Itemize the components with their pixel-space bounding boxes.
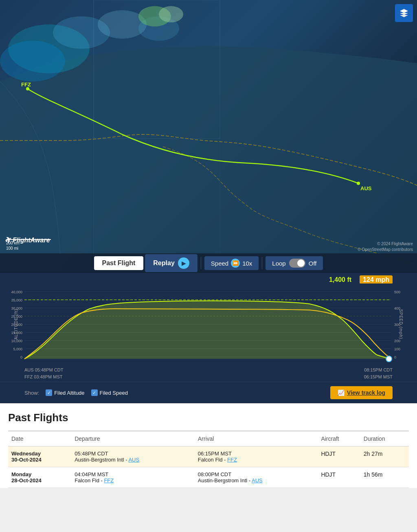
svg-text:500: 500 [394,290,400,294]
replay-button[interactable]: Replay ▶ [145,254,197,272]
row1-dep-link[interactable]: AUS [128,457,139,463]
speed-label: Speed [211,260,228,267]
chart-svg: 40,000 35,000 30,000 25,000 20,000 15,00… [0,284,417,365]
past-flights-section: Past Flights Date Departure Arrival Airc… [0,403,417,488]
col-arrival: Arrival [195,431,318,446]
svg-point-9 [159,6,183,22]
svg-text:0: 0 [394,355,396,359]
svg-point-11 [357,182,360,185]
table-row: Monday 28-Oct-2024 04:04PM MST Falcon Fl… [8,467,409,488]
row2-arr-time: 08:00PM CDT [198,471,315,477]
row2-date-value: 28-Oct-2024 [11,477,68,484]
airport-label-ffz: FFZ [21,81,31,88]
controls-bar: Past Flight Replay ▶ Speed ⏩ 10x Loop Of… [0,253,417,273]
time-right-line1: 08:15PM CDT [364,367,393,374]
filed-altitude-item[interactable]: ✓ Filed Altitude [46,389,84,396]
layers-icon [399,8,409,18]
past-flights-title: Past Flights [8,411,409,424]
map-attribution: © 2024 FlightAware © OpenStreetMap contr… [358,241,413,253]
filed-speed-checkbox[interactable]: ✓ [91,389,98,396]
svg-point-4 [0,41,65,81]
scale-bar [6,239,51,240]
map-container: FFZ AUS ✈ FlightAware 200 km 100 mi © 20… [0,0,417,273]
table-row: Wednesday 30-Oct-2024 05:48PM CDT Austin… [8,446,409,467]
layer-button[interactable] [395,4,413,22]
table-body: Wednesday 30-Oct-2024 05:48PM CDT Austin… [8,446,409,488]
map-scale: 200 km 100 mi [6,239,51,251]
svg-text:100: 100 [394,347,400,351]
chart-section: 1,400 ft 124 mph ALTITUDE (ft) SPEED (mp… [0,273,417,403]
current-altitude: 1,400 ft [329,276,351,284]
row2-arr-link[interactable]: AUS [252,477,263,484]
col-departure: Departure [71,431,195,446]
speed-control[interactable]: Speed ⏩ 10x [204,256,259,270]
loop-label: Loop [272,260,285,267]
attribution-osm: © OpenStreetMap contributors [358,247,413,253]
row2-departure: 04:04PM MST Falcon Fld - FFZ [71,467,195,488]
col-aircraft: Aircraft [318,431,360,446]
filed-speed-label: Filed Speed [100,390,128,396]
row1-aircraft: HDJT [318,446,360,467]
divider-1 [201,257,201,269]
loop-state: Off [309,260,317,267]
row2-dep-link[interactable]: FFZ [104,477,114,484]
airport-label-aus: AUS [360,185,371,191]
table-header-row: Date Departure Arrival Aircraft Duration [8,431,409,446]
loop-control[interactable]: Loop Off [266,256,323,270]
row2-date-day: Monday [11,471,68,477]
svg-text:40,000: 40,000 [11,290,22,294]
y-axis-label-left: ALTITUDE (ft) [14,309,18,340]
filed-altitude-checkbox[interactable]: ✓ [46,389,52,396]
flights-table: Date Departure Arrival Aircraft Duration… [8,431,409,488]
row2-arr-airport: Austin-Bergstrom Intl - AUS [198,477,315,484]
map-svg [0,0,417,273]
row1-departure: 05:48PM CDT Austin-Bergstrom Intl - AUS [71,446,195,467]
chart-show-bar: Show: ✓ Filed Altitude ✓ Filed Speed 📈 V… [0,382,417,403]
replay-label: Replay [153,259,174,267]
scale-mi: 100 mi [6,246,18,251]
track-log-icon: 📈 [338,389,345,396]
row2-arrival: 08:00PM CDT Austin-Bergstrom Intl - AUS [195,467,318,488]
view-track-log-button[interactable]: 📈 View track log [330,386,393,399]
scale-km: 200 km [6,241,20,245]
row1-dep-time: 05:48PM CDT [75,451,191,457]
col-duration: Duration [360,431,409,446]
row1-date-day: Wednesday [11,451,68,457]
chart-area: ALTITUDE (ft) SPEED (mph) 40,000 35,000 … [0,284,417,365]
y-axis-label-right: SPEED (mph) [399,309,404,339]
row2-aircraft: HDJT [318,467,360,488]
svg-text:0: 0 [20,355,22,359]
row2-dep-airport: Falcon Fld - FFZ [75,477,191,484]
row1-date-value: 30-Oct-2024 [11,457,68,463]
time-right: 08:15PM CDT 06:15PM MST [364,367,393,380]
time-right-line2: 06:15PM MST [364,374,393,380]
svg-point-10 [26,87,29,90]
time-left-line2: FFZ 03:48PM MST [24,374,63,380]
table-header: Date Departure Arrival Aircraft Duration [8,431,409,446]
past-flight-button[interactable]: Past Flight [94,256,144,270]
chart-times: AUS 05:48PM CDT FFZ 03:48PM MST 08:15PM … [0,365,417,382]
row2-date: Monday 28-Oct-2024 [8,467,71,488]
time-left-line1: AUS 05:48PM CDT [24,367,63,374]
svg-point-38 [386,356,392,362]
svg-text:35,000: 35,000 [11,298,22,302]
show-label: Show: [24,390,39,396]
row1-arr-airport: Falcon Fld - FFZ [198,457,315,463]
speed-icon: ⏩ [231,259,240,268]
col-date: Date [8,431,71,446]
loop-toggle[interactable] [289,259,305,268]
chart-header: 1,400 ft 124 mph [0,273,417,284]
filed-speed-item[interactable]: ✓ Filed Speed [91,389,128,396]
speed-value: 10x [242,260,252,267]
svg-text:200: 200 [394,339,400,343]
row1-duration: 2h 27m [360,446,409,467]
row1-dep-airport: Austin-Bergstrom Intl - AUS [75,457,191,463]
row1-arr-link[interactable]: FFZ [227,457,237,463]
time-left: AUS 05:48PM CDT FFZ 03:48PM MST [24,367,63,380]
row1-date: Wednesday 30-Oct-2024 [8,446,71,467]
speed-badge: 124 mph [360,275,393,284]
current-speed: 124 mph [360,276,393,284]
track-log-label: View track log [347,389,385,396]
show-items: Show: ✓ Filed Altitude ✓ Filed Speed [24,389,128,396]
divider-2 [262,257,262,269]
